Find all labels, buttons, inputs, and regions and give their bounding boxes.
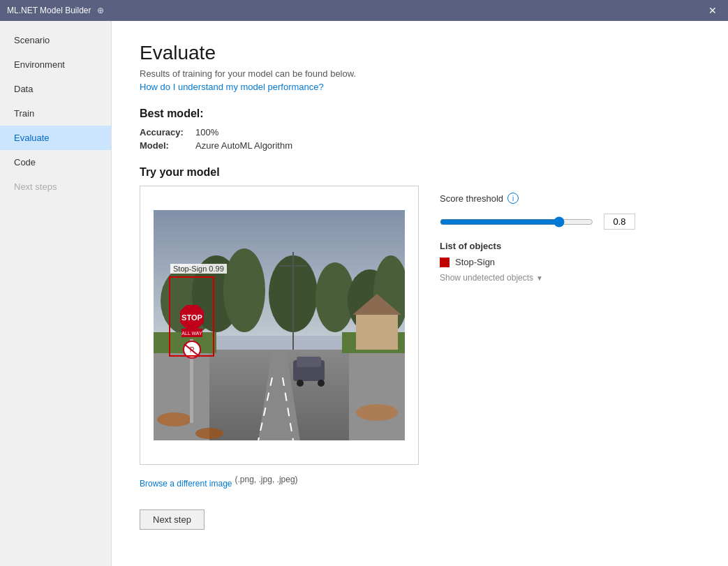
score-threshold-label: Score threshold	[440, 193, 503, 204]
browse-hint: (.png, .jpg, .jpeg)	[235, 475, 298, 484]
close-button[interactable]: ✕	[704, 3, 721, 17]
detection-box: Stop-Sign 0.99	[169, 276, 214, 357]
accuracy-value: 100%	[195, 127, 218, 137]
svg-rect-15	[154, 350, 209, 440]
svg-point-22	[356, 404, 398, 421]
try-model-title: Try your model	[140, 166, 700, 179]
sidebar: Scenario Environment Data Train Evaluate…	[0, 21, 112, 566]
sidebar-item-code[interactable]: Code	[0, 150, 111, 174]
score-threshold-input[interactable]	[604, 214, 635, 230]
sidebar-item-scenario[interactable]: Scenario	[0, 28, 111, 52]
image-panel: STOP ALL WAY P Stop-Sign 0.99	[140, 186, 419, 489]
sidebar-item-evaluate[interactable]: Evaluate	[0, 126, 111, 150]
help-link[interactable]: How do I understand my model performance…	[140, 82, 324, 92]
bottom-bar: Next step	[140, 509, 700, 530]
info-icon[interactable]: i	[507, 193, 519, 204]
title-bar-actions: ✕	[704, 3, 721, 17]
page-title: Evaluate	[140, 42, 700, 64]
object-item-stop-sign: Stop-Sign	[440, 257, 635, 267]
object-name: Stop-Sign	[455, 257, 495, 267]
sidebar-item-data[interactable]: Data	[0, 77, 111, 101]
show-undetected-toggle[interactable]: Show undetected objects ▼	[440, 273, 635, 283]
subtitle: Results of training for your model can b…	[140, 68, 700, 79]
detection-label: Stop-Sign 0.99	[170, 264, 227, 274]
accuracy-row: Accuracy: 100%	[140, 127, 700, 137]
title-bar-left: ML.NET Model Builder ⊕	[7, 6, 104, 15]
next-step-button[interactable]: Next step	[140, 509, 205, 530]
svg-point-21	[157, 412, 192, 426]
best-model-section: Best model: Accuracy: 100% Model: Azure …	[140, 107, 700, 151]
show-undetected-label: Show undetected objects	[440, 273, 533, 283]
browse-row: Browse a different image (.png, .jpg, .j…	[140, 470, 419, 489]
svg-point-4	[223, 248, 265, 332]
svg-rect-16	[349, 350, 405, 440]
model-label: Model:	[140, 140, 195, 151]
app-container: Scenario Environment Data Train Evaluate…	[0, 21, 728, 566]
svg-point-27	[318, 380, 325, 387]
score-threshold-slider[interactable]	[440, 216, 593, 228]
accuracy-label: Accuracy:	[140, 127, 195, 137]
best-model-title: Best model:	[140, 107, 700, 120]
svg-point-23	[195, 428, 223, 439]
slider-row	[440, 214, 635, 230]
slider-container	[440, 215, 598, 229]
try-model-section: STOP ALL WAY P Stop-Sign 0.99	[140, 186, 700, 489]
svg-point-26	[297, 380, 304, 387]
pin-icon[interactable]: ⊕	[97, 6, 104, 15]
main-content: Evaluate Results of training for your mo…	[112, 21, 728, 566]
score-threshold-row: Score threshold i	[440, 193, 635, 204]
sidebar-item-train[interactable]: Train	[0, 101, 111, 126]
right-panel: Score threshold i List of objects Stop-S…	[440, 186, 635, 283]
svg-rect-25	[297, 357, 321, 367]
list-of-objects: List of objects Stop-Sign	[440, 241, 635, 267]
model-value: Azure AutoML Algorithm	[195, 140, 292, 151]
title-bar: ML.NET Model Builder ⊕ ✕	[0, 0, 728, 21]
chevron-down-icon: ▼	[536, 274, 543, 282]
list-of-objects-title: List of objects	[440, 241, 635, 251]
object-color-swatch	[440, 258, 450, 267]
browse-link[interactable]: Browse a different image	[140, 479, 232, 489]
image-wrapper: STOP ALL WAY P Stop-Sign 0.99	[154, 210, 405, 440]
model-row: Model: Azure AutoML Algorithm	[140, 140, 700, 151]
sidebar-item-next-steps: Next steps	[0, 174, 111, 199]
sidebar-item-environment[interactable]: Environment	[0, 52, 111, 77]
svg-rect-19	[356, 315, 398, 350]
title-bar-title: ML.NET Model Builder	[7, 6, 91, 15]
image-display: STOP ALL WAY P Stop-Sign 0.99	[140, 186, 419, 465]
